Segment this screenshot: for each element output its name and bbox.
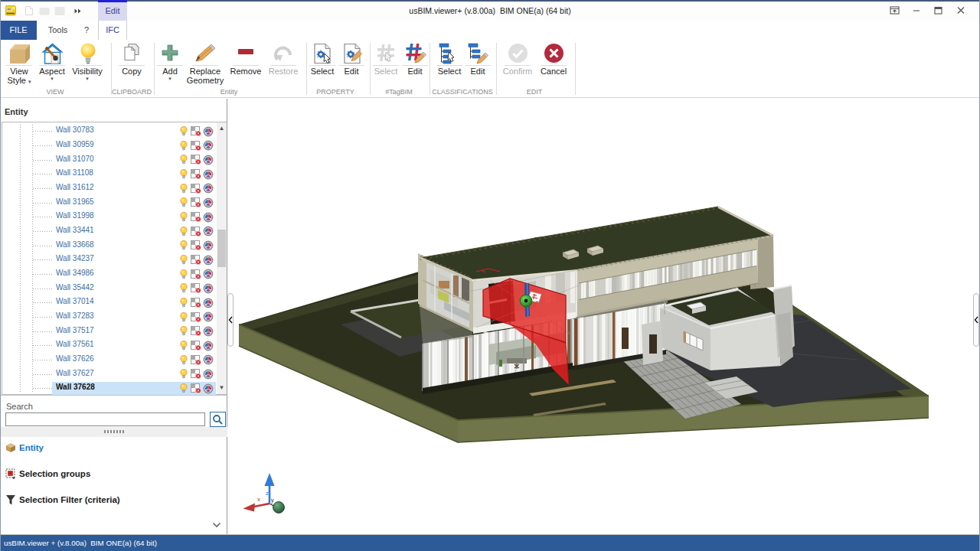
svg-text:y: y <box>271 497 274 504</box>
svg-text:x: x <box>257 496 260 503</box>
svg-text:z: z <box>266 490 269 497</box>
